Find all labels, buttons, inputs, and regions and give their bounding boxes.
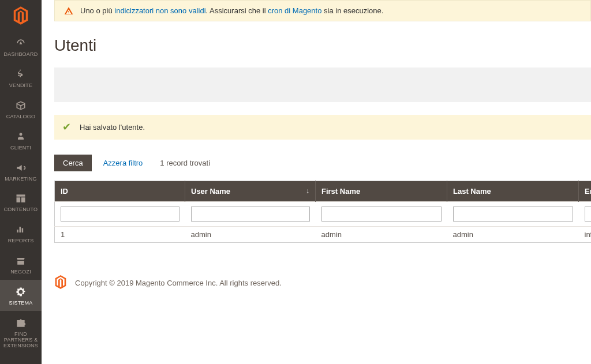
filter-id-input[interactable] (61, 207, 179, 222)
col-id[interactable]: ID (55, 181, 185, 202)
users-grid: ID User Name↓ First Name Last Name Em 1 … (54, 181, 591, 243)
nav-content[interactable]: CONTENUTO (0, 186, 42, 217)
alert-link-cron[interactable]: cron di Magento (268, 6, 321, 15)
copyright-text: Copyright © 2019 Magento Commerce Inc. A… (75, 279, 282, 287)
grid-controls: Cerca Azzera filtro 1 record trovati (54, 155, 591, 171)
puzzle-icon (14, 317, 27, 329)
warning-icon (64, 6, 73, 16)
layout-icon (14, 192, 27, 205)
success-text: Hai salvato l'utente. (80, 123, 145, 132)
col-label: First Name (321, 187, 360, 196)
toolbar-area (54, 67, 591, 102)
filter-email-input[interactable] (585, 207, 592, 222)
col-lastname[interactable]: Last Name (447, 181, 579, 202)
alert-text: . Assicurarsi che il (206, 6, 268, 15)
cell-lastname: admin (447, 227, 579, 243)
nav-catalog[interactable]: CATALOGO (0, 93, 42, 125)
sidebar: DASHBOARD VENDITE CATALOGO CLIENTI MARKE… (0, 0, 42, 364)
alert-text: Uno o più (80, 6, 114, 15)
alert-link-indexers[interactable]: indicizzatori non sono validi (114, 6, 205, 15)
nav-marketing[interactable]: MARKETING (0, 156, 42, 187)
cell-email: inf (579, 227, 592, 243)
nav-label: CONTENUTO (4, 207, 38, 213)
nav-reports[interactable]: REPORTS (0, 217, 42, 249)
filter-row (55, 202, 592, 227)
main-content: Uno o più indicizzatori non sono validi.… (42, 0, 591, 364)
magento-logo-icon (13, 6, 29, 25)
nav-customers[interactable]: CLIENTI (0, 125, 42, 156)
nav-label: NEGOZI (10, 269, 31, 275)
nav-system[interactable]: SISTEMA (0, 280, 42, 311)
col-label: ID (61, 187, 68, 196)
nav-label: DASHBOARD (4, 52, 38, 58)
record-count: 1 record trovati (160, 159, 210, 167)
dollar-icon (14, 68, 27, 81)
col-username[interactable]: User Name↓ (185, 181, 316, 202)
person-icon (14, 130, 27, 143)
magento-logo[interactable] (0, 0, 42, 31)
store-icon (14, 254, 27, 267)
col-email[interactable]: Em (579, 181, 592, 202)
success-message: ✔ Hai salvato l'utente. (54, 115, 591, 140)
bars-icon (14, 223, 27, 236)
filter-username-input[interactable] (191, 207, 310, 222)
reset-filter-link[interactable]: Azzera filtro (103, 159, 143, 167)
cell-firstname: admin (316, 227, 447, 243)
col-label: User Name (191, 187, 230, 196)
nav-label: SISTEMA (9, 301, 33, 306)
box-icon (14, 99, 27, 112)
page-title: Utenti (54, 36, 591, 55)
magento-footer-logo-icon (54, 275, 67, 291)
nav-dashboard[interactable]: DASHBOARD (0, 31, 42, 62)
nav-stores[interactable]: NEGOZI (0, 249, 42, 280)
sort-desc-icon: ↓ (306, 187, 309, 195)
nav-label: VENDITE (9, 83, 32, 89)
nav-label: CATALOGO (6, 114, 35, 120)
alert-text: sia in esecuzione. (321, 6, 383, 15)
nav-sales[interactable]: VENDITE (0, 62, 42, 93)
cell-id: 1 (55, 227, 185, 243)
col-firstname[interactable]: First Name (316, 181, 447, 202)
system-message-warning: Uno o più indicizzatori non sono validi.… (54, 0, 591, 21)
cell-username: admin (185, 227, 316, 243)
page-footer: Copyright © 2019 Magento Commerce Inc. A… (54, 275, 591, 291)
nav-label: REPORTS (8, 238, 34, 244)
gauge-icon (14, 37, 27, 50)
search-button[interactable]: Cerca (54, 155, 92, 171)
nav-label: MARKETING (5, 177, 36, 182)
gear-icon (14, 286, 27, 298)
col-label: Last Name (453, 187, 491, 196)
check-icon: ✔ (62, 122, 71, 132)
nav-label: CLIENTI (10, 145, 31, 151)
table-row[interactable]: 1 admin admin admin inf (55, 227, 592, 243)
filter-firstname-input[interactable] (321, 207, 442, 222)
nav-partners[interactable]: FIND PARTNERS & EXTENSIONS (0, 311, 42, 354)
grid-header-row: ID User Name↓ First Name Last Name Em (55, 181, 592, 202)
col-label: Em (585, 187, 591, 196)
filter-lastname-input[interactable] (453, 207, 573, 222)
nav-label: FIND PARTNERS & EXTENSIONS (1, 332, 40, 349)
megaphone-icon (14, 162, 27, 174)
